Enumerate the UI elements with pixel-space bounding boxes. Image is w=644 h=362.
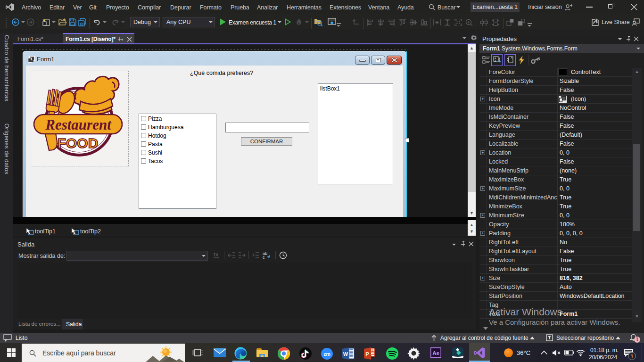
- svg-text:W: W: [343, 351, 348, 357]
- svg-text:P: P: [365, 351, 369, 357]
- svg-text:zm: zm: [323, 351, 330, 357]
- svg-text:Ae: Ae: [432, 350, 439, 356]
- svg-text:c: c: [263, 255, 265, 259]
- svg-text:FOOD: FOOD: [58, 135, 99, 151]
- svg-text:Z: Z: [495, 59, 496, 62]
- svg-text:Restaurent: Restaurent: [45, 116, 112, 133]
